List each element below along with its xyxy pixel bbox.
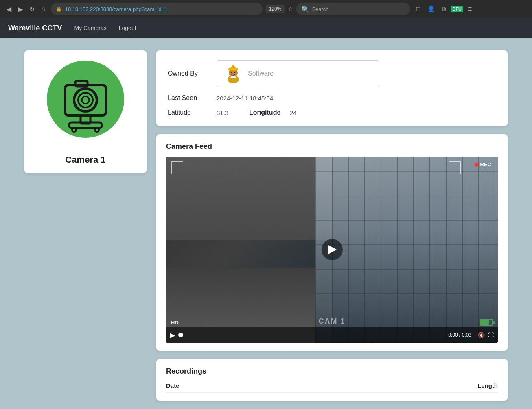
volume-button[interactable]: 🔇 [478,332,485,338]
browser-chrome: ◀ ▶ ↻ ⌂ 🔒 10.10.152.220:8080/camera.php?… [0,0,532,18]
current-time: 0:00 [448,332,458,338]
col-length-label: Length [477,382,498,389]
app-navbar: Wareville CCTV My Cameras Logout [0,18,532,38]
svg-point-14 [228,68,238,70]
browser-nav-buttons: ◀ ▶ ↻ ⌂ [4,4,48,15]
last-seen-row: Last Seen 2024-12-11 18:45:54 [168,94,496,102]
feed-title: Camera Feed [166,142,498,151]
recordings-table-header: Date Length [166,382,498,393]
latitude-value: 31.3 [217,109,249,116]
browser-actions: ⊡ 👤 ⧉ DFU ≡ [414,4,474,15]
back-button[interactable]: ◀ [4,4,14,15]
app-title: Wareville CCTV [8,24,62,33]
search-bar[interactable]: 🔍 Search [296,3,410,15]
url-host: 10.10.152.220 [65,6,99,12]
owner-box: Software [217,60,379,87]
bookmark-icon[interactable]: ☆ [288,6,293,12]
rec-dot [475,163,479,167]
search-placeholder-text: Search [312,6,328,12]
camera-name: Camera 1 [65,154,105,165]
owner-avatar [223,64,243,83]
longitude-value: 24 [290,109,297,116]
url-text: 10.10.152.220:8080/camera.php?cam_id=1 [65,6,258,12]
cam-label: CAM 1 [318,317,345,326]
battery-icon [480,319,493,326]
corner-bracket-tr [449,161,461,174]
svg-point-0 [47,61,124,138]
rec-label: REC [480,161,491,168]
lock-icon: 🔒 [56,6,62,12]
search-icon: 🔍 [301,5,309,13]
total-time: 0:03 [462,332,471,338]
home-button[interactable]: ⌂ [39,4,48,14]
latitude-label: Latitude [168,109,217,116]
rec-indicator: REC [475,161,491,168]
coords-row: Latitude 31.3 Longitude 24 [168,109,496,116]
recordings-card: Recordings Date Length [156,359,508,401]
feed-card: Camera Feed [156,134,508,351]
camera-card: Camera 1 [24,50,147,173]
svg-point-15 [231,72,232,73]
time-display: 0:00 / 0:03 [186,332,475,338]
play-triangle-icon [328,245,337,254]
my-cameras-link[interactable]: My Cameras [74,25,106,31]
longitude-label: Longitude [249,109,290,116]
owned-by-label: Owned By [168,70,217,77]
owner-name: Software [248,70,274,77]
col-date-label: Date [166,382,180,389]
video-container: REC HD CAM 1 ▶ 0:00 / 0:03 🔇 [166,157,498,343]
logout-link[interactable]: Logout [119,25,136,31]
addon-icon[interactable]: DFU [451,6,463,12]
svg-point-16 [234,72,236,73]
browser-menu-icon[interactable]: ≡ [466,4,474,15]
pocket-icon[interactable]: ⊡ [414,4,423,14]
camera-icon-wrapper [41,59,130,148]
camera-svg-icon [41,59,130,148]
owned-by-row: Owned By [168,60,496,87]
address-bar[interactable]: 🔒 10.10.152.220:8080/camera.php?cam_id=1 [51,3,263,15]
reload-button[interactable]: ↻ [27,4,37,15]
right-panel: Owned By [156,50,508,405]
hd-badge: HD [171,320,179,326]
last-seen-label: Last Seen [168,94,217,102]
time-separator: / [458,332,462,338]
svg-point-17 [230,76,236,78]
last-seen-value: 2024-12-11 18:45:54 [217,95,273,102]
play-button[interactable] [322,239,343,260]
recordings-title: Recordings [166,367,498,376]
corner-bracket-tl [171,161,183,174]
extensions-icon[interactable]: ⧉ [440,4,448,14]
main-content: Camera 1 Owned By [0,38,532,409]
info-card: Owned By [156,50,508,126]
url-path: :8080/camera.php?cam_id=1 [99,6,168,12]
zoom-badge: 120% [266,5,285,13]
video-controls: ▶ 0:00 / 0:03 🔇 ⛶ [166,327,498,343]
account-icon[interactable]: 👤 [425,4,437,14]
progress-dot[interactable] [178,333,183,337]
ctrl-play-button[interactable]: ▶ [170,331,175,339]
forward-button[interactable]: ▶ [15,4,25,15]
fullscreen-button[interactable]: ⛶ [488,332,494,338]
